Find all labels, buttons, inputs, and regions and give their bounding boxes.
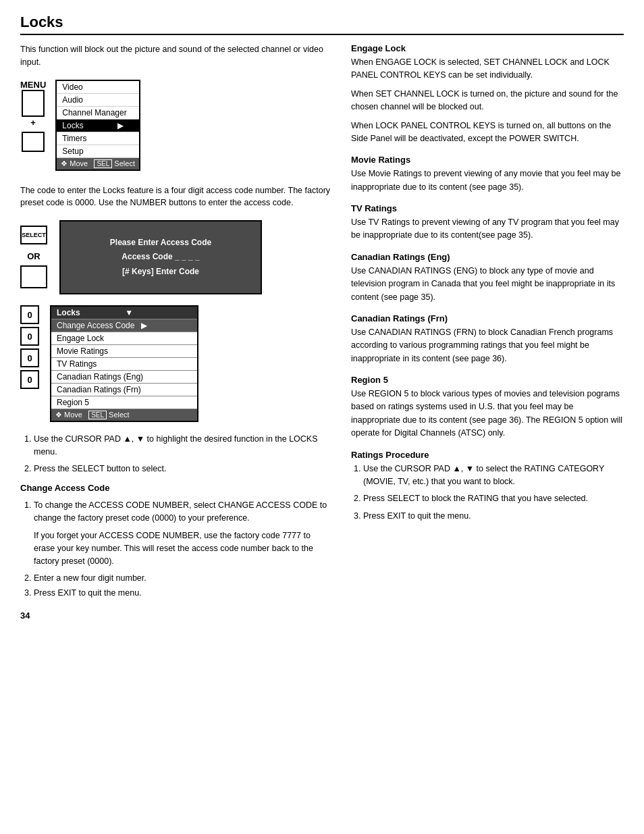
region5-body: Use REGION 5 to block various types of m… bbox=[351, 388, 624, 440]
engage-lock-para1: When ENGAGE LOCK is selected, SET CHANNE… bbox=[351, 56, 624, 82]
page-title: Locks bbox=[20, 14, 624, 35]
change-access-step-2: Enter a new four digit number. bbox=[34, 572, 331, 585]
change-access-section: Change Access Code To change the ACCESS … bbox=[20, 481, 331, 600]
change-access-heading: Change Access Code bbox=[20, 481, 331, 495]
engage-lock-title: Engage Lock bbox=[351, 43, 624, 53]
locks-footer-row: ❖ Move SEL Select bbox=[51, 409, 198, 422]
ratings-step-1: Use the CURSOR PAD ▲, ▼ to select the RA… bbox=[363, 463, 624, 489]
section-canadian-eng: Canadian Ratings (Eng) Use CANADIAN RATI… bbox=[351, 252, 624, 304]
page-number: 34 bbox=[20, 610, 331, 621]
menu-item-channel-manager: Channel Manager bbox=[56, 106, 140, 119]
menu-label: MENU bbox=[20, 80, 46, 90]
change-access-step-1: To change the ACCESS CODE NUMBER, select… bbox=[34, 499, 331, 568]
change-access-note: If you forget your ACCESS CODE NUMBER, u… bbox=[34, 529, 331, 567]
sel-badge: SEL bbox=[94, 159, 112, 168]
ratings-step-2: Press SELECT to block the RATING that yo… bbox=[363, 492, 624, 505]
code-text: The code to enter the Locks feature is a… bbox=[20, 184, 331, 210]
num-btn-0b: 0 bbox=[20, 327, 39, 346]
engage-lock-para3: When LOCK PANEL CONTROL KEYS is turned o… bbox=[351, 120, 624, 146]
menu-item-setup: Setup bbox=[56, 145, 140, 157]
steps-list: Use the CURSOR PAD ▲, ▼ to highlight the… bbox=[20, 433, 331, 475]
locks-region5-row: Region 5 bbox=[51, 396, 198, 409]
change-access-steps: To change the ACCESS CODE NUMBER, select… bbox=[20, 499, 331, 600]
ratings-step-3: Press EXIT to quit the menu. bbox=[363, 510, 624, 523]
menu-remote-box2 bbox=[22, 132, 45, 152]
locks-canadian-eng-row: Canadian Ratings (Eng) bbox=[51, 371, 198, 384]
section-ratings-procedure: Ratings Procedure Use the CURSOR PAD ▲, … bbox=[351, 450, 624, 523]
canadian-eng-title: Canadian Ratings (Eng) bbox=[351, 252, 624, 262]
steps-section: Use the CURSOR PAD ▲, ▼ to highlight the… bbox=[20, 433, 331, 475]
num-btn-0d: 0 bbox=[20, 370, 39, 389]
canadian-eng-body: Use CANADIAN RATINGS (ENG) to block any … bbox=[351, 265, 624, 304]
channel-button-icon bbox=[20, 265, 47, 288]
dark-panel-text: Please Enter Access Code Access Code _ _… bbox=[110, 236, 211, 280]
locks-header-row: Locks ▼ bbox=[51, 306, 198, 319]
tv-ratings-title: TV Ratings bbox=[351, 203, 624, 213]
section-tv-ratings: TV Ratings Use TV Ratings to prevent vie… bbox=[351, 203, 624, 242]
section-movie-ratings: Movie Ratings Use Movie Ratings to preve… bbox=[351, 155, 624, 194]
step-2: Press the SELECT button to select. bbox=[34, 463, 331, 475]
menu-item-locks: Locks ▶ bbox=[56, 119, 140, 132]
num-btn-0a: 0 bbox=[20, 305, 39, 324]
locks-tv-ratings-row: TV Ratings bbox=[51, 358, 198, 371]
tv-ratings-body: Use TV Ratings to prevent viewing of any… bbox=[351, 216, 624, 242]
canadian-frn-title: Canadian Ratings (Frn) bbox=[351, 313, 624, 323]
locks-canadian-frn-row: Canadian Ratings (Frn) bbox=[51, 384, 198, 396]
menu-remote-box bbox=[22, 90, 45, 117]
section-canadian-frn: Canadian Ratings (Frn) Use CANADIAN RATI… bbox=[351, 313, 624, 365]
locks-submenu-wrapper: Locks ▼ Change Access Code ▶ Engage Lock… bbox=[50, 305, 198, 422]
movie-ratings-title: Movie Ratings bbox=[351, 155, 624, 165]
number-buttons: 0 0 0 0 bbox=[20, 305, 39, 422]
section-region5: Region 5 Use REGION 5 to block various t… bbox=[351, 375, 624, 440]
right-column: Engage Lock When ENGAGE LOCK is selected… bbox=[351, 43, 624, 621]
dark-panel-line1: Please Enter Access Code bbox=[110, 236, 211, 251]
locks-submenu-table: Locks ▼ Change Access Code ▶ Engage Lock… bbox=[50, 305, 198, 422]
locks-engage-lock-row: Engage Lock bbox=[51, 332, 198, 345]
num-btn-0c: 0 bbox=[20, 348, 39, 367]
menu-remote-icon: MENU bbox=[20, 80, 46, 152]
menu-table: Video Audio Channel Manager Locks ▶ Time… bbox=[55, 80, 140, 171]
menu-footer: ❖ Move SEL Select bbox=[56, 157, 140, 170]
dark-panel-line3: [# Keys] Enter Code bbox=[110, 265, 211, 280]
section-engage-lock: Engage Lock When ENGAGE LOCK is selected… bbox=[351, 43, 624, 145]
dark-panel-line2: Access Code _ _ _ _ bbox=[110, 250, 211, 265]
locks-sel-badge: SEL bbox=[88, 411, 107, 419]
dark-panel: Please Enter Access Code Access Code _ _… bbox=[59, 220, 262, 294]
dark-panel-wrapper: Please Enter Access Code Access Code _ _… bbox=[59, 220, 262, 294]
region5-title: Region 5 bbox=[351, 375, 624, 385]
locks-diagram: SELECT OR Please Enter Access Code Acces… bbox=[20, 220, 331, 294]
left-column: This function will block out the picture… bbox=[20, 43, 331, 621]
step-1: Use the CURSOR PAD ▲, ▼ to highlight the… bbox=[34, 433, 331, 459]
intro-text: This function will block out the picture… bbox=[20, 43, 331, 69]
change-access-step-3: Press EXIT to quit the menu. bbox=[34, 587, 331, 600]
ratings-procedure-title: Ratings Procedure bbox=[351, 450, 624, 460]
menu-item-audio: Audio bbox=[56, 93, 140, 106]
locks-movie-ratings-row: Movie Ratings bbox=[51, 345, 198, 358]
canadian-frn-body: Use CANADIAN RATINGS (FRN) to block Cana… bbox=[351, 326, 624, 365]
select-or-channel: SELECT OR bbox=[20, 226, 47, 288]
locks-change-access-row: Change Access Code ▶ bbox=[51, 319, 198, 332]
locks-submenu-area: 0 0 0 0 Locks ▼ Change Access Code ▶ Eng… bbox=[20, 305, 331, 422]
ratings-procedure-steps: Use the CURSOR PAD ▲, ▼ to select the RA… bbox=[351, 463, 624, 523]
menu-diagram: MENU Video Audio Channel Manager Locks ▶… bbox=[20, 80, 331, 171]
engage-lock-para2: When SET CHANNEL LOCK is turned on, the … bbox=[351, 88, 624, 114]
movie-ratings-body: Use Movie Ratings to prevent viewing of … bbox=[351, 167, 624, 194]
menu-item-video: Video bbox=[56, 80, 140, 94]
or-text: OR bbox=[27, 251, 41, 261]
menu-item-timers: Timers bbox=[56, 132, 140, 145]
select-button-icon: SELECT bbox=[20, 226, 47, 244]
